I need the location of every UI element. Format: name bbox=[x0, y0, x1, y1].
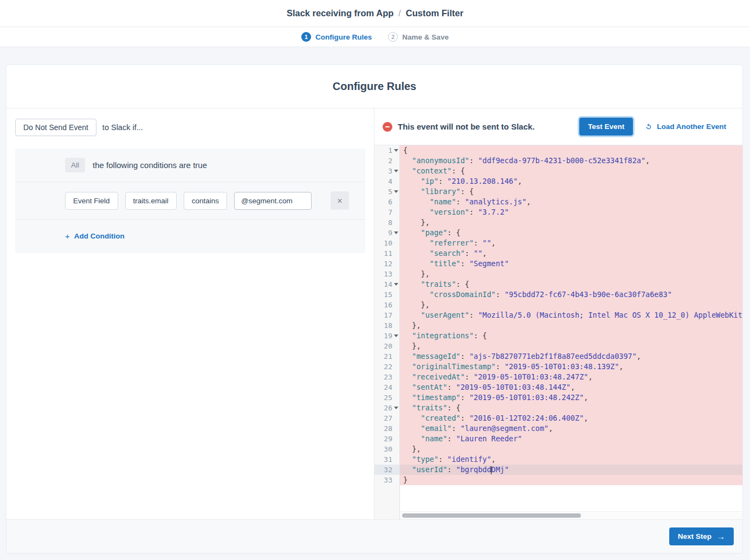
editor-line[interactable]: } bbox=[400, 475, 742, 485]
remove-condition-button[interactable]: × bbox=[331, 191, 349, 210]
editor-line-number: 5 bbox=[374, 186, 399, 197]
fold-arrow-icon[interactable] bbox=[394, 407, 398, 409]
editor-line[interactable]: "name": "Lauren Reeder" bbox=[400, 434, 742, 444]
editor-line-number: 19 bbox=[374, 331, 399, 341]
json-event-editor: 1234567891011121314151617181920212223242… bbox=[374, 145, 742, 519]
load-another-event-label: Load Another Event bbox=[657, 123, 726, 131]
editor-line-number: 7 bbox=[374, 207, 399, 217]
editor-line[interactable]: "context": { bbox=[400, 166, 742, 176]
event-preview-panel: This event will not be sent to Slack. Te… bbox=[374, 108, 742, 519]
condition-row: Event Field traits.email contains × bbox=[15, 182, 365, 220]
editor-line-number: 24 bbox=[374, 382, 399, 392]
editor-line[interactable]: "timestamp": "2019-05-10T01:03:48.242Z", bbox=[400, 392, 742, 403]
editor-line[interactable]: "name": "analytics.js", bbox=[400, 197, 742, 207]
editor-line[interactable]: "title": "Segment" bbox=[400, 259, 742, 269]
editor-line-number: 31 bbox=[374, 454, 399, 465]
condition-value-input[interactable] bbox=[234, 192, 312, 210]
editor-line[interactable]: "version": "3.7.2" bbox=[400, 207, 742, 217]
arrow-right-icon: → bbox=[717, 532, 725, 540]
condition-field-path-button[interactable]: traits.email bbox=[125, 192, 177, 210]
editor-line[interactable]: "receivedAt": "2019-05-10T01:03:48.247Z"… bbox=[400, 372, 742, 382]
filter-action-button[interactable]: Do Not Send Event bbox=[15, 119, 96, 136]
step-name-and-save[interactable]: 2 Name & Save bbox=[388, 32, 449, 42]
step-number-badge: 2 bbox=[388, 32, 398, 42]
group-description: the following conditions are true bbox=[93, 160, 207, 170]
condition-field-type-button[interactable]: Event Field bbox=[65, 192, 118, 210]
fold-arrow-icon[interactable] bbox=[394, 190, 398, 193]
preview-status-text: This event will not be sent to Slack. bbox=[398, 122, 535, 131]
editor-line-number: 27 bbox=[374, 413, 399, 423]
editor-line-number: 3 bbox=[374, 166, 399, 176]
plus-icon: + bbox=[65, 231, 70, 241]
next-step-label: Next Step bbox=[678, 532, 712, 540]
editor-line[interactable]: }, bbox=[400, 300, 742, 310]
rule-builder-panel: Do Not Send Event to Slack if... All the… bbox=[7, 108, 374, 519]
editor-line[interactable]: "userAgent": "Mozilla/5.0 (Macintosh; In… bbox=[400, 310, 742, 320]
editor-line-number: 9 bbox=[374, 228, 399, 238]
add-condition-label: Add Condition bbox=[74, 232, 125, 240]
minus-circle-icon bbox=[383, 122, 392, 132]
fold-arrow-icon[interactable] bbox=[394, 231, 398, 234]
editor-line[interactable]: "originalTimestamp": "2019-05-10T01:03:4… bbox=[400, 362, 742, 372]
condition-operator-button[interactable]: contains bbox=[184, 192, 227, 210]
step-label: Configure Rules bbox=[315, 33, 372, 41]
editor-line-number: 30 bbox=[374, 444, 399, 454]
editor-line[interactable]: "page": { bbox=[400, 228, 742, 238]
editor-line[interactable]: }, bbox=[400, 341, 742, 351]
editor-line-number: 33 bbox=[374, 475, 399, 485]
editor-line[interactable]: "referrer": "", bbox=[400, 238, 742, 248]
fold-arrow-icon[interactable] bbox=[394, 334, 398, 337]
close-icon: × bbox=[337, 196, 342, 206]
editor-line[interactable]: }, bbox=[400, 320, 742, 331]
add-condition-button[interactable]: + Add Condition bbox=[65, 231, 125, 241]
editor-line[interactable]: { bbox=[400, 145, 742, 156]
editor-line[interactable]: }, bbox=[400, 269, 742, 279]
editor-line[interactable]: "traits": { bbox=[400, 279, 742, 289]
page-title: Configure Rules bbox=[333, 80, 416, 93]
horizontal-scrollbar-track bbox=[400, 511, 742, 519]
editor-line[interactable]: "created": "2016-01-12T02:24:06.400Z", bbox=[400, 413, 742, 423]
editor-line[interactable]: "email": "lauren@segment.com", bbox=[400, 423, 742, 434]
editor-line-number: 8 bbox=[374, 217, 399, 228]
fold-arrow-icon[interactable] bbox=[394, 149, 398, 152]
editor-line-number: 21 bbox=[374, 351, 399, 362]
editor-line[interactable]: "search": "", bbox=[400, 248, 742, 259]
steps-bar: 1 Configure Rules 2 Name & Save bbox=[0, 27, 750, 47]
editor-line[interactable]: }, bbox=[400, 444, 742, 454]
test-event-button[interactable]: Test Event bbox=[579, 118, 633, 136]
breadcrumb-source[interactable]: Slack receiving from App bbox=[287, 8, 393, 18]
editor-line-number: 20 bbox=[374, 341, 399, 351]
step-label: Name & Save bbox=[402, 33, 449, 41]
step-number-badge: 1 bbox=[301, 32, 311, 42]
breadcrumb-separator: / bbox=[398, 9, 400, 18]
editor-line[interactable]: }, bbox=[400, 217, 742, 228]
configure-rules-card: Configure Rules Do Not Send Event to Sla… bbox=[7, 65, 742, 553]
editor-line[interactable]: "ip": "210.13.208.146", bbox=[400, 176, 742, 186]
fold-arrow-icon[interactable] bbox=[394, 170, 398, 172]
group-operator-badge[interactable]: All bbox=[65, 158, 85, 172]
editor-line[interactable]: "crossDomainId": "95cbdd72-fc67-4b43-b90… bbox=[400, 289, 742, 300]
editor-line[interactable]: "integrations": { bbox=[400, 331, 742, 341]
load-another-event-button[interactable]: Load Another Event bbox=[645, 123, 726, 131]
editor-line[interactable]: "library": { bbox=[400, 186, 742, 197]
editor-line[interactable]: "anonymousId": "ddf9ecda-977b-4231-b000-… bbox=[400, 156, 742, 166]
editor-line[interactable]: "traits": { bbox=[400, 403, 742, 413]
editor-line-number: 26 bbox=[374, 403, 399, 413]
step-configure-rules[interactable]: 1 Configure Rules bbox=[301, 32, 372, 42]
breadcrumb-current: Custom Filter bbox=[406, 8, 463, 18]
filter-suffix-text: to Slack if... bbox=[102, 123, 143, 132]
editor-line-number: 18 bbox=[374, 320, 399, 331]
editor-gutter: 1234567891011121314151617181920212223242… bbox=[374, 145, 400, 519]
editor-line[interactable]: "sentAt": "2019-05-10T01:03:48.144Z", bbox=[400, 382, 742, 392]
editor-line[interactable]: "type": "identify", bbox=[400, 454, 742, 465]
next-step-button[interactable]: Next Step → bbox=[669, 527, 734, 545]
condition-group: All the following conditions are true Ev… bbox=[15, 149, 365, 253]
editor-line-number: 23 bbox=[374, 372, 399, 382]
editor-line-number: 1 bbox=[374, 145, 399, 156]
editor-line[interactable]: "userId": "bgrqbddDMj" bbox=[400, 465, 742, 475]
editor-line-number: 4 bbox=[374, 176, 399, 186]
editor-line[interactable]: "messageId": "ajs-7b8270771eb2f1f8a87eed… bbox=[400, 351, 742, 362]
editor-code: { "anonymousId": "ddf9ecda-977b-4231-b00… bbox=[400, 145, 742, 519]
fold-arrow-icon[interactable] bbox=[394, 283, 398, 286]
horizontal-scrollbar-thumb[interactable] bbox=[402, 513, 581, 518]
